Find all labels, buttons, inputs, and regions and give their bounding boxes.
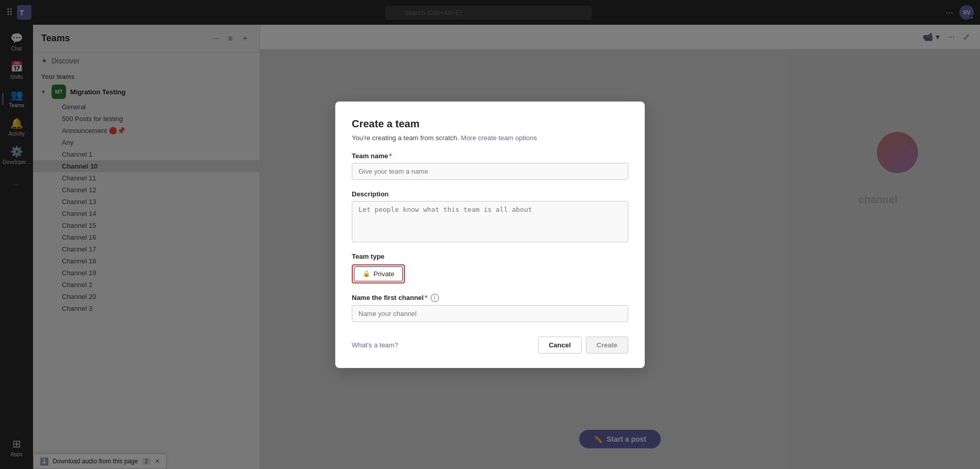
team-name-group: Team name*	[352, 152, 628, 180]
description-label: Description	[352, 190, 628, 198]
whats-team-link[interactable]: What's a team?	[352, 341, 398, 349]
channel-name-input[interactable]	[352, 305, 628, 322]
cancel-button[interactable]: Cancel	[538, 337, 582, 354]
dialog-subtitle: You're creating a team from scratch. Mor…	[352, 134, 628, 142]
dialog-subtitle-text: You're creating a team from scratch.	[352, 134, 459, 142]
channel-name-label: Name the first channel*	[352, 294, 428, 301]
dialog-buttons: Cancel Create	[538, 337, 628, 354]
channel-name-group: Name the first channel* i	[352, 294, 628, 322]
create-button[interactable]: Create	[586, 337, 628, 354]
description-group: Description	[352, 190, 628, 242]
dialog-title: Create a team	[352, 118, 628, 130]
description-input[interactable]	[352, 201, 628, 242]
create-team-dialog: Create a team You're creating a team fro…	[335, 102, 645, 368]
team-name-input[interactable]	[352, 163, 628, 180]
lock-icon: 🔒	[363, 270, 370, 277]
team-type-private-button[interactable]: 🔒 Private	[354, 266, 403, 281]
more-options-link[interactable]: More create team options	[461, 134, 537, 142]
dialog-overlay[interactable]: Create a team You're creating a team fro…	[0, 0, 980, 469]
team-type-box: 🔒 Private	[352, 264, 405, 283]
team-type-value: Private	[373, 270, 394, 278]
channel-info-icon[interactable]: i	[431, 294, 439, 302]
dialog-footer: What's a team? Cancel Create	[352, 337, 628, 354]
channel-label-row: Name the first channel* i	[352, 294, 628, 302]
team-type-label: Team type	[352, 253, 628, 260]
team-name-label: Team name*	[352, 152, 628, 160]
team-type-section: Team type 🔒 Private	[352, 253, 628, 283]
